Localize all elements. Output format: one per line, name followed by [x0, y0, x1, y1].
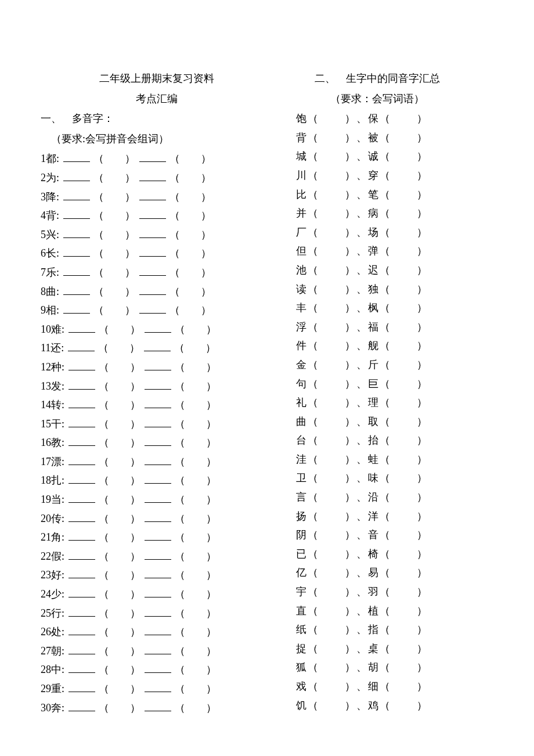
right-paren: ）	[345, 661, 355, 673]
pinyin-blank[interactable]	[145, 491, 171, 503]
pinyin-blank[interactable]	[145, 473, 171, 484]
pinyin-blank[interactable]	[68, 624, 95, 635]
separator-dot: 、	[356, 264, 367, 276]
right-paren: ）	[206, 626, 217, 638]
pinyin-blank[interactable]	[145, 567, 171, 579]
right-paren: ）	[345, 340, 355, 351]
pinyin-blank[interactable]	[68, 473, 95, 484]
pinyin-blank[interactable]	[68, 321, 95, 333]
pinyin-blank[interactable]	[145, 605, 171, 617]
pinyin-blank[interactable]	[145, 378, 171, 390]
pinyin-blank[interactable]	[68, 510, 95, 522]
pinyin-blank[interactable]	[145, 510, 171, 522]
right-paren: ）	[345, 302, 355, 314]
pinyin-blank[interactable]	[145, 453, 171, 465]
pinyin-blank[interactable]	[68, 548, 95, 560]
pinyin-blank[interactable]	[63, 283, 90, 295]
separator-dot: 、	[356, 226, 367, 238]
pinyin-blank[interactable]	[63, 207, 90, 219]
item-number: 23	[41, 569, 51, 581]
pinyin-blank[interactable]	[68, 378, 95, 390]
pinyin-blank[interactable]	[63, 302, 90, 314]
right-paren: ）	[125, 229, 135, 240]
right-paren: ）	[201, 153, 211, 164]
right-paren: ）	[206, 607, 217, 619]
pinyin-blank[interactable]	[63, 226, 90, 238]
item-number: 16	[41, 437, 51, 448]
pinyin-blank[interactable]	[68, 586, 95, 597]
pinyin-blank[interactable]	[68, 397, 95, 408]
left-paren: （	[380, 681, 390, 692]
homophone-char: 沿	[368, 488, 380, 506]
homophone-char: 斤	[368, 356, 380, 374]
left-paren: （	[175, 456, 185, 467]
pinyin-blank[interactable]	[68, 491, 95, 503]
pinyin-blank[interactable]	[145, 529, 171, 541]
left-paren: （	[308, 491, 318, 503]
pinyin-blank[interactable]	[139, 246, 166, 257]
pinyin-blank[interactable]	[68, 567, 95, 579]
pinyin-blank[interactable]	[68, 453, 95, 465]
left-paren: （	[308, 453, 318, 465]
pinyin-blank[interactable]	[145, 416, 171, 427]
pinyin-blank[interactable]	[145, 434, 171, 446]
pinyin-blank[interactable]	[139, 302, 166, 314]
pinyin-blank[interactable]	[144, 340, 171, 352]
pinyin-blank[interactable]	[68, 359, 95, 370]
homophone-row: 饥（）、鸡（）	[296, 697, 459, 715]
right-paren: ）	[206, 645, 217, 657]
pinyin-blank[interactable]	[68, 529, 95, 541]
right-paren: ）	[417, 359, 427, 370]
homophone-char: 桌	[368, 640, 380, 658]
pinyin-blank[interactable]	[145, 359, 171, 370]
item-char: 传	[51, 513, 62, 524]
pinyin-blank[interactable]	[139, 207, 166, 219]
pinyin-blank[interactable]	[145, 662, 171, 674]
item-char: 都	[46, 153, 56, 164]
pinyin-blank[interactable]	[139, 264, 166, 276]
pinyin-blank[interactable]	[139, 226, 166, 238]
pinyin-blank[interactable]	[145, 700, 171, 711]
pinyin-blank[interactable]	[63, 151, 90, 163]
homophone-row: 句（）、巨（）	[296, 375, 459, 393]
pinyin-blank[interactable]	[68, 434, 95, 446]
pinyin-blank[interactable]	[68, 700, 95, 711]
homophone-char: 读	[296, 280, 308, 298]
item-char: 难	[51, 323, 62, 335]
left-paren: （	[99, 702, 109, 714]
pinyin-blank[interactable]	[145, 397, 171, 408]
right-paren: ）	[345, 548, 355, 560]
pinyin-blank[interactable]	[68, 416, 95, 427]
pinyin-blank[interactable]	[145, 681, 171, 692]
pinyin-blank[interactable]	[139, 189, 166, 200]
right-paren: ）	[417, 643, 427, 654]
pinyin-blank[interactable]	[63, 170, 90, 181]
pinyin-blank[interactable]	[63, 189, 90, 200]
colon: :	[62, 683, 67, 694]
pinyin-blank[interactable]	[145, 321, 171, 333]
pinyin-blank[interactable]	[139, 170, 166, 181]
pinyin-blank[interactable]	[68, 340, 95, 352]
pinyin-blank[interactable]	[145, 548, 171, 560]
polyphone-row: 12种: （） （）	[41, 358, 273, 376]
pinyin-blank[interactable]	[68, 662, 95, 674]
pinyin-blank[interactable]	[68, 605, 95, 617]
pinyin-blank[interactable]	[68, 681, 95, 692]
right-paren: ）	[345, 378, 355, 390]
right-paren: ）	[201, 304, 211, 316]
pinyin-blank[interactable]	[139, 151, 166, 163]
homophone-char: 卫	[296, 469, 308, 487]
pinyin-blank[interactable]	[145, 586, 171, 597]
left-paren: （	[308, 529, 318, 541]
pinyin-blank[interactable]	[145, 643, 171, 654]
separator-dot: 、	[356, 245, 367, 257]
pinyin-blank[interactable]	[63, 264, 90, 276]
pinyin-blank[interactable]	[145, 624, 171, 635]
polyphone-row: 19当: （） （）	[41, 491, 273, 509]
pinyin-blank[interactable]	[68, 643, 95, 654]
right-paren: ）	[201, 172, 211, 183]
pinyin-blank[interactable]	[139, 283, 166, 295]
pinyin-blank[interactable]	[63, 246, 90, 257]
homophone-char: 诚	[368, 147, 380, 165]
right-paren: ）	[345, 113, 355, 124]
